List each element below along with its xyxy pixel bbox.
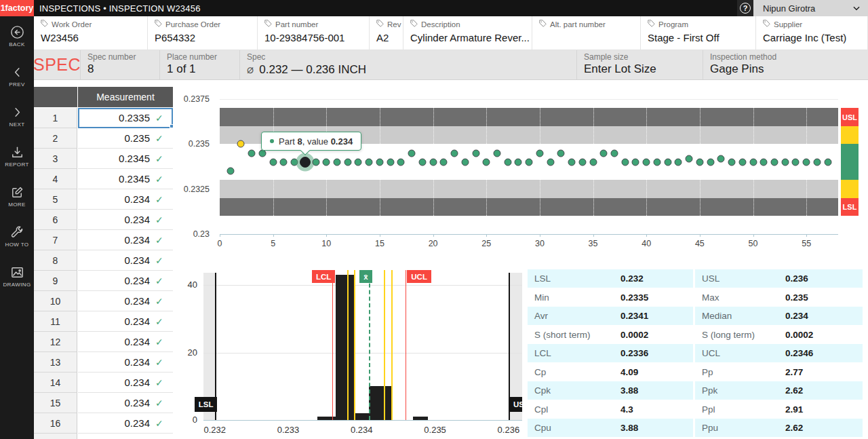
- measurement-cell[interactable]: 0.234✓: [78, 250, 173, 271]
- data-point[interactable]: [226, 168, 234, 175]
- stat-value: 2.77: [785, 367, 803, 377]
- data-point[interactable]: [344, 158, 351, 166]
- download-icon: [9, 145, 25, 160]
- data-point[interactable]: [824, 158, 831, 166]
- user-menu[interactable]: Nipun Girotra: [753, 0, 868, 16]
- data-point[interactable]: [248, 149, 256, 157]
- data-point[interactable]: [355, 158, 362, 166]
- check-icon: ✓: [155, 174, 173, 185]
- measurement-cell[interactable]: 0.234✓: [78, 352, 173, 373]
- data-point[interactable]: [269, 158, 277, 166]
- data-point[interactable]: [600, 149, 608, 157]
- data-point[interactable]: [461, 158, 469, 166]
- data-point[interactable]: [728, 158, 736, 166]
- data-point-selected[interactable]: [300, 157, 311, 168]
- data-point[interactable]: [334, 158, 341, 166]
- data-point[interactable]: [418, 158, 426, 166]
- measurement-cell[interactable]: 0.234✓: [78, 311, 173, 332]
- data-point[interactable]: [397, 158, 405, 166]
- help-button[interactable]: ?: [737, 0, 753, 16]
- field-value: Cylinder Armature Rever...: [410, 32, 532, 43]
- header-field-program[interactable]: ProgramStage - First Off: [641, 16, 756, 50]
- data-point[interactable]: [760, 158, 768, 166]
- header-field-rev[interactable]: RevA2: [370, 16, 403, 50]
- header-field-part-number[interactable]: Part number10-29384756-001: [258, 16, 370, 50]
- stats-cell: Avr0.2341: [528, 307, 693, 325]
- data-point[interactable]: [504, 158, 511, 166]
- data-point[interactable]: [589, 158, 597, 166]
- header-field-description[interactable]: DescriptionCylinder Armature Rever...: [403, 16, 532, 50]
- data-point[interactable]: [280, 158, 288, 166]
- data-point[interactable]: [578, 158, 586, 166]
- data-point[interactable]: [664, 158, 671, 166]
- stat-value: 4.09: [620, 367, 638, 377]
- data-point[interactable]: [387, 158, 394, 166]
- header-field-alt-part-number[interactable]: Alt. part number: [532, 16, 641, 50]
- data-point[interactable]: [643, 158, 650, 166]
- data-point[interactable]: [376, 158, 383, 166]
- data-point[interactable]: [366, 158, 373, 166]
- measurement-cell[interactable]: [78, 434, 173, 439]
- measurement-cell[interactable]: 0.234✓: [78, 210, 173, 230]
- data-point[interactable]: [547, 158, 554, 166]
- data-point[interactable]: [632, 158, 639, 166]
- data-point[interactable]: [515, 158, 522, 166]
- data-point[interactable]: [237, 140, 245, 148]
- data-point[interactable]: [696, 158, 703, 166]
- data-point[interactable]: [621, 158, 629, 166]
- data-point[interactable]: [770, 158, 778, 166]
- data-point[interactable]: [803, 158, 810, 166]
- header-field-supplier[interactable]: SupplierCarriage Inc (Test): [756, 16, 868, 50]
- measurement-cell[interactable]: 0.234✓: [78, 373, 173, 393]
- data-point[interactable]: [493, 149, 500, 157]
- measurement-cell[interactable]: 0.2345✓: [78, 169, 173, 189]
- data-point[interactable]: [717, 155, 725, 162]
- data-point[interactable]: [408, 149, 416, 157]
- data-point[interactable]: [781, 158, 789, 166]
- measurement-cell[interactable]: 0.234✓: [78, 230, 173, 250]
- data-point[interactable]: [440, 158, 448, 166]
- x-axis-tick-label: 35: [589, 239, 598, 248]
- data-point[interactable]: [653, 158, 660, 166]
- data-point[interactable]: [312, 158, 319, 166]
- data-point[interactable]: [472, 149, 479, 157]
- data-point[interactable]: [611, 149, 618, 157]
- data-point[interactable]: [738, 158, 746, 166]
- data-point[interactable]: [536, 149, 543, 157]
- sidebar-item-back[interactable]: BACK: [0, 24, 34, 61]
- sidebar-item-report[interactable]: REPORT: [0, 145, 34, 181]
- measurement-cell[interactable]: 0.2335✓: [78, 108, 173, 128]
- data-point[interactable]: [813, 158, 821, 166]
- measurement-cell[interactable]: 0.234✓: [78, 189, 173, 210]
- measurement-cell[interactable]: 0.234✓: [78, 332, 173, 352]
- spec-field-value: Enter Lot Size: [584, 62, 703, 76]
- spec-field-sample-size[interactable]: Sample sizeEnter Lot Size: [576, 50, 703, 79]
- measurement-cell[interactable]: 0.234✓: [78, 291, 173, 311]
- sidebar-item-howto[interactable]: HOW TO: [0, 225, 34, 261]
- data-point[interactable]: [483, 158, 490, 166]
- sidebar-item-prev[interactable]: PREV: [0, 64, 34, 101]
- sidebar-item-more[interactable]: MORE: [0, 185, 34, 221]
- measurement-cell[interactable]: 0.234✓: [78, 393, 173, 413]
- measurement-cell[interactable]: 0.235✓: [78, 128, 173, 149]
- data-point[interactable]: [526, 158, 533, 166]
- data-point[interactable]: [792, 158, 800, 166]
- header-field-work-order[interactable]: Work OrderW23456: [34, 16, 148, 50]
- data-point[interactable]: [675, 158, 682, 166]
- data-point[interactable]: [451, 149, 458, 157]
- spec-row: SPEC Spec number8Place number1 of 1Spec⌀…: [34, 50, 868, 80]
- data-point[interactable]: [323, 158, 330, 166]
- brand-logo[interactable]: 1factory: [0, 0, 34, 16]
- measurement-cell[interactable]: 0.2345✓: [78, 149, 173, 169]
- data-point[interactable]: [557, 149, 565, 157]
- data-point[interactable]: [707, 158, 714, 166]
- data-point[interactable]: [568, 158, 576, 166]
- sidebar-item-next[interactable]: NEXT: [0, 104, 34, 141]
- data-point[interactable]: [686, 155, 693, 162]
- measurement-cell[interactable]: 0.234✓: [78, 271, 173, 291]
- measurement-cell[interactable]: 0.234✓: [78, 413, 173, 434]
- header-field-purchase-order[interactable]: Purchase OrderP654332: [148, 16, 258, 50]
- data-point[interactable]: [749, 158, 757, 166]
- sidebar-item-drawing[interactable]: DRAWING: [0, 265, 34, 301]
- data-point[interactable]: [429, 158, 437, 166]
